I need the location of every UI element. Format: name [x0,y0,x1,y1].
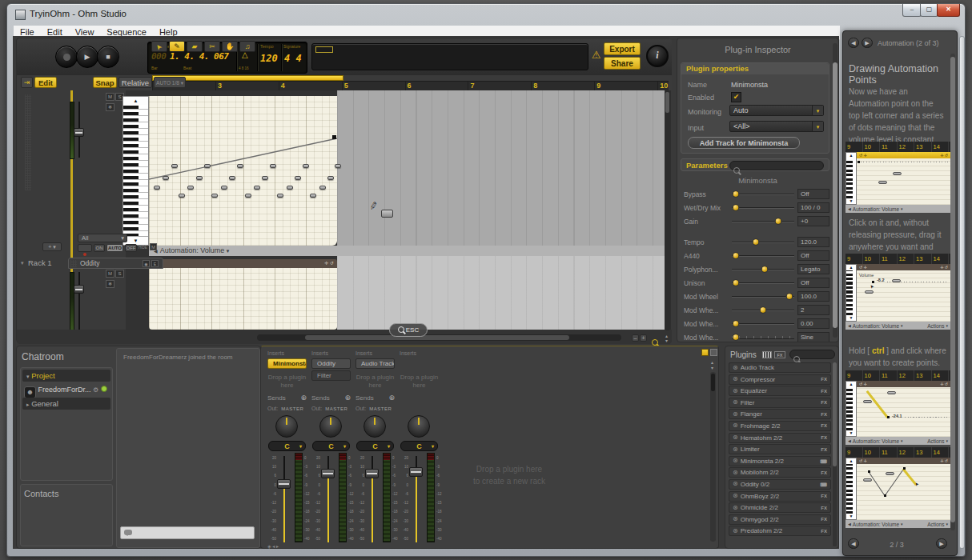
pan-knob[interactable] [275,415,298,438]
monitoring-select[interactable]: Auto▾ [729,105,824,116]
share-button[interactable]: Share [604,57,641,70]
eraser-tool-button[interactable]: ▰ [187,41,203,52]
midi-note[interactable] [327,176,334,180]
arrange-empty-area-2[interactable] [337,256,665,330]
midi-button[interactable]: M [150,243,157,250]
automation-on-button[interactable]: ON [94,244,105,252]
output-row[interactable]: Out:MASTER [267,406,307,411]
rack-name[interactable]: Rack 1 [28,258,52,267]
titlebar[interactable]: TryinOhm - Ohm Studio – ▢ ✕ [7,4,965,24]
horizontal-scrollbar[interactable] [257,334,621,341]
rack-mute-button[interactable]: M [106,270,114,278]
close-button[interactable]: ✕ [937,4,960,17]
tutorial-scrollbar[interactable] [950,54,955,530]
maximize-button[interactable]: ▢ [920,4,938,17]
follow-playhead-icon[interactable]: ⇥ [21,77,33,88]
stop-button[interactable]: ■ [97,46,119,68]
record-button[interactable] [55,46,78,68]
plugin-list-item[interactable]: ⊛ Minimonsta 2/2 ⌨ [729,456,831,466]
minimize-button[interactable]: – [902,4,922,17]
automation-off-button[interactable]: OFF [125,244,137,252]
plugin-list-item[interactable]: ⊛ Flanger FX [729,409,831,419]
hide-label[interactable]: HIDE [139,246,147,250]
plugins-scrollbar[interactable] [833,362,837,546]
plugin-list-item[interactable]: ⊛ Hematohm 2/2 FX [729,433,831,443]
rack-solo-button[interactable]: S [115,270,124,278]
midi-note[interactable] [319,186,326,190]
midi-note[interactable] [254,186,260,190]
midi-note[interactable] [196,176,203,180]
output-row[interactable]: Out:MASTER [355,406,395,411]
gear-icon[interactable]: ⚙ [93,386,98,394]
scroll-up-icon[interactable]: ▴ [711,359,713,365]
relative-button[interactable]: Relative [118,77,152,88]
hscroll-thumb[interactable] [305,335,569,340]
inspector-scroll-thumb[interactable] [833,62,837,328]
enabled-checkbox[interactable]: ✔ [731,92,741,102]
midi-note[interactable] [187,186,194,190]
slider-handle[interactable] [732,204,739,211]
parameter-slider[interactable] [732,276,794,290]
slider-handle[interactable] [732,190,739,198]
parameter-slider[interactable] [732,235,794,249]
signature-value[interactable]: 4 4 [284,53,302,64]
midi-note[interactable] [163,176,169,180]
parameter-slider[interactable] [732,249,794,262]
automation-record-button[interactable] [78,244,92,252]
automation-lane-selector[interactable]: ◀Automation: Volume ▾ [149,246,669,256]
clip-name[interactable]: Oddity [80,259,100,267]
parameter-search-input[interactable] [729,161,824,170]
parameter-value[interactable]: Off [797,250,829,261]
add-send-icon[interactable]: ⊕ [388,394,395,402]
midi-note[interactable] [171,164,178,168]
slider-handle[interactable] [774,218,781,225]
add-track-button[interactable]: + ▾ [42,242,62,251]
pan-select[interactable]: C▾ [356,441,394,451]
midi-note[interactable] [179,194,185,198]
parameter-value[interactable]: 2 [797,305,829,315]
zoom-out-button[interactable]: – [632,334,639,342]
parameter-value[interactable]: 120.0 [797,237,829,247]
parameter-slider[interactable] [732,303,794,317]
add-send-icon[interactable]: ⊕ [344,394,351,402]
insert-slot[interactable]: Audio Track [355,358,395,369]
tutorial-scroll-thumb[interactable] [950,57,955,522]
select-tool-button[interactable]: ➤ [151,41,167,52]
parameter-slider[interactable] [732,201,794,214]
vertical-scrollbar[interactable] [665,90,670,330]
clip-drag-handle[interactable] [70,260,77,267]
input-select[interactable]: <All>▾ [729,121,824,132]
track-mute-button[interactable]: M [106,93,114,101]
chat-input[interactable] [120,526,255,539]
pattern-piano-roll[interactable] [149,96,337,246]
warning-icon[interactable]: ⚠ [592,49,601,61]
insert-slot[interactable]: Minimonsta [267,358,307,369]
clip-monitor-icon[interactable]: ◉ [143,260,150,267]
pager-next-icon[interactable]: ▶ [936,538,947,549]
midi-note[interactable] [270,164,276,168]
midi-note[interactable] [221,186,227,190]
slider-handle[interactable] [785,293,793,300]
plugin-list-item[interactable]: ⊛ Compressor FX [729,374,831,385]
automation-endpoint[interactable] [332,135,336,139]
plugin-search-input[interactable] [789,350,835,359]
pan-knob[interactable] [408,415,430,438]
chat-messages[interactable]: FreedomForDreamerz joined the room [116,348,260,548]
plugin-list-item[interactable]: ⊛ Ohmygod 2/2 FX [729,514,831,525]
sends-row[interactable]: Sends⊕ [311,394,351,402]
mixer-view-icon[interactable] [701,349,709,356]
plugin-list-item[interactable]: ⊛ Equalizer FX [729,386,831,396]
tempo-value[interactable]: 120 [260,53,278,64]
note-tool-button[interactable]: ♫ [239,41,255,52]
parameter-slider[interactable] [732,187,794,201]
parameter-slider[interactable] [732,330,794,342]
track-freeze-icon[interactable]: ❄ [106,103,114,111]
rack-freeze-icon[interactable]: ❄ [106,280,114,288]
mixer-scroll-thumb[interactable] [711,374,715,391]
slider-handle[interactable] [760,306,767,314]
parameter-value[interactable]: 0.00 [797,318,829,329]
pan-select[interactable]: C▾ [312,441,350,451]
export-button[interactable]: Export [604,42,641,55]
pan-knob[interactable] [363,415,386,438]
parameter-slider[interactable] [732,262,794,276]
